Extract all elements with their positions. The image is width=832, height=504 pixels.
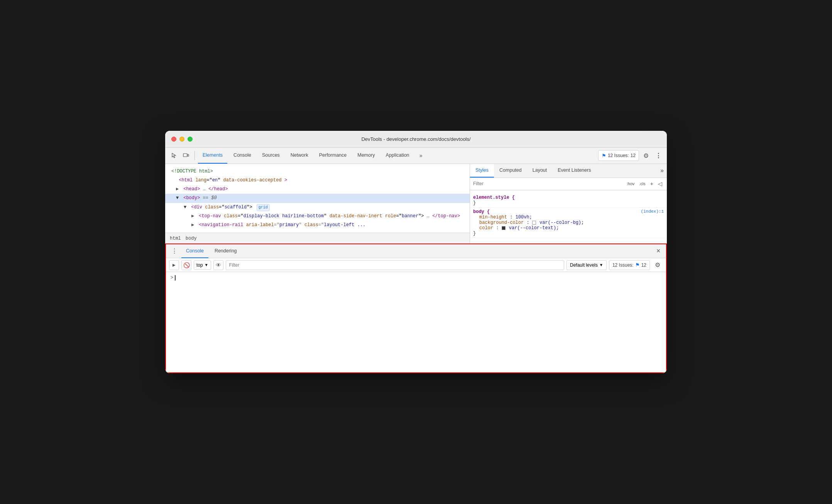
device-toolbar-icon[interactable] [181,150,191,161]
tab-application[interactable]: Application [381,147,414,164]
styles-tabs: Styles Computed Layout Event Listeners » [470,164,667,178]
expand-icon[interactable]: ▶ [191,222,195,229]
dom-tree[interactable]: <!DOCTYPE html> <html lang="en" data-coo… [165,164,470,233]
tab-elements[interactable]: Elements [198,147,227,164]
dom-line-html[interactable]: <html lang="en" data-cookies-accepted > [165,176,470,185]
chevron-down-icon: ▼ [205,263,208,267]
issues-count: 12 [641,262,646,268]
console-drawer-tab-rendering[interactable]: Rendering [210,244,242,258]
toggle-element-state-icon[interactable]: ◁ [656,181,664,187]
more-options-icon[interactable]: ⋮ [653,150,664,161]
dom-line-doctype[interactable]: <!DOCTYPE html> [165,167,470,176]
levels-label: Default levels [570,262,598,268]
dom-line-body[interactable]: ▼ <body> == $0 [165,194,470,203]
styles-tab-computed[interactable]: Computed [494,164,527,178]
styles-tab-styles[interactable]: Styles [470,164,494,178]
add-style-icon[interactable]: + [649,181,655,187]
console-toolbar: ▶ 🚫 top ▼ 👁 Default levels ▼ 12 Issues: … [166,258,666,272]
styles-content: element.style { } body { (index):1 [470,190,667,244]
grid-badge: grid [257,204,270,211]
inspect-icon[interactable] [168,150,179,161]
toolbar-right: ⚑ 12 Issues: 12 ⚙ ⋮ [598,150,664,161]
console-filter-input[interactable] [226,260,564,270]
rule-origin[interactable]: (index):1 [641,209,664,214]
issues-badge[interactable]: ⚑ 12 Issues: 12 [598,150,639,161]
chevron-down-icon: ▼ [599,263,603,267]
toolbar-divider-1 [194,151,195,160]
style-rule-element: element.style { } [470,193,667,208]
more-tabs-icon[interactable]: » [416,150,426,161]
tab-memory[interactable]: Memory [353,147,379,164]
prop-min-height: min-height [479,215,507,220]
traffic-lights [171,137,193,142]
breadcrumb-html[interactable]: html [168,236,183,241]
drawer-more-icon[interactable]: ⋮ [169,246,180,257]
color-swatch[interactable] [502,226,506,230]
value-min-height: 100vh; [516,215,532,220]
expand-icon[interactable]: ▼ [184,204,188,211]
breadcrumb-bar: html body [165,233,470,244]
close-drawer-button[interactable]: × [654,247,663,256]
console-prompt: > [171,275,173,281]
selector-body: body { [473,209,490,215]
main-content: <!DOCTYPE html> <html lang="en" data-coo… [165,164,667,244]
styles-filter-bar: :hov .cls + ◁ [470,178,667,190]
expand-icon[interactable]: ▼ [176,194,180,202]
selector-element-style: element.style { [473,195,515,200]
cls-filter-button[interactable]: .cls [638,181,647,186]
console-cursor [175,275,176,281]
expand-icon[interactable]: ▶ [191,213,195,220]
tab-network[interactable]: Network [286,147,313,164]
elements-panel: <!DOCTYPE html> <html lang="en" data-coo… [165,164,470,244]
hov-filter-button[interactable]: :hov [625,181,636,186]
dom-line-div-scaffold[interactable]: ▼ <div class="scaffold"> grid [165,203,470,212]
clear-console-icon[interactable]: 🚫 [181,260,191,270]
issues-flag-icon: ⚑ [602,153,606,159]
tab-console[interactable]: Console [229,147,256,164]
issues-flag-icon: ⚑ [635,262,640,268]
dom-line-navrail[interactable]: ▶ <navigation-rail aria-label="primary" … [165,221,470,230]
console-settings-icon[interactable]: ⚙ [652,260,663,271]
settings-icon[interactable]: ⚙ [641,150,651,161]
bg-color-swatch[interactable] [532,221,536,225]
minimize-button[interactable] [179,137,184,142]
issues-label: 12 Issues: [612,262,634,268]
tab-performance[interactable]: Performance [315,147,352,164]
rule-close-brace: } [473,200,476,206]
eye-icon[interactable]: 👁 [213,260,223,270]
value-bg-color: var(--color-bg); [539,220,584,225]
styles-more-tabs-icon[interactable]: » [657,167,667,174]
styles-filter-input[interactable] [473,181,624,186]
breadcrumb-body[interactable]: body [184,236,198,241]
console-issues-badge[interactable]: 12 Issues: ⚑ 12 [609,260,650,270]
expand-icon[interactable]: ▶ [176,186,180,193]
attr-lang: lang [195,178,206,183]
devtools-window: DevTools - developer.chrome.com/docs/dev… [165,131,667,373]
dom-line-head[interactable]: ▶ <head> … </head> [165,185,470,194]
frame-context-selector[interactable]: top ▼ [194,260,211,270]
frame-label: top [196,262,203,268]
console-drawer-tab-console[interactable]: Console [181,244,208,258]
window-title: DevTools - developer.chrome.com/docs/dev… [361,136,470,142]
maximize-button[interactable] [188,137,193,142]
execute-context-icon[interactable]: ▶ [169,260,179,270]
prop-bg-color: background-color [479,220,524,225]
styles-panel: Styles Computed Layout Event Listeners »… [470,164,667,244]
styles-tab-layout[interactable]: Layout [527,164,553,178]
close-button[interactable] [171,137,176,142]
prop-color: color [479,225,493,231]
dom-line-topnav[interactable]: ▶ <top-nav class="display-block hairline… [165,212,470,221]
svg-rect-0 [183,154,187,157]
doctype-text: <!DOCTYPE html> [171,169,213,174]
svg-rect-1 [188,154,189,156]
main-toolbar: Elements Console Sources Network Perform… [165,148,667,164]
style-rule-body: body { (index):1 min-height : 100vh; bac… [470,208,667,238]
tag-open: <html [179,178,193,183]
console-area[interactable]: > [166,272,666,372]
log-levels-selector[interactable]: Default levels ▼ [567,260,607,270]
console-drawer: ⋮ Console Rendering × ▶ 🚫 top ▼ 👁 Defaul… [165,244,667,373]
tab-sources[interactable]: Sources [257,147,284,164]
issues-count: 12 [631,153,636,158]
styles-tab-eventlisteners[interactable]: Event Listeners [552,164,596,178]
issues-label: 12 Issues: [608,153,629,158]
